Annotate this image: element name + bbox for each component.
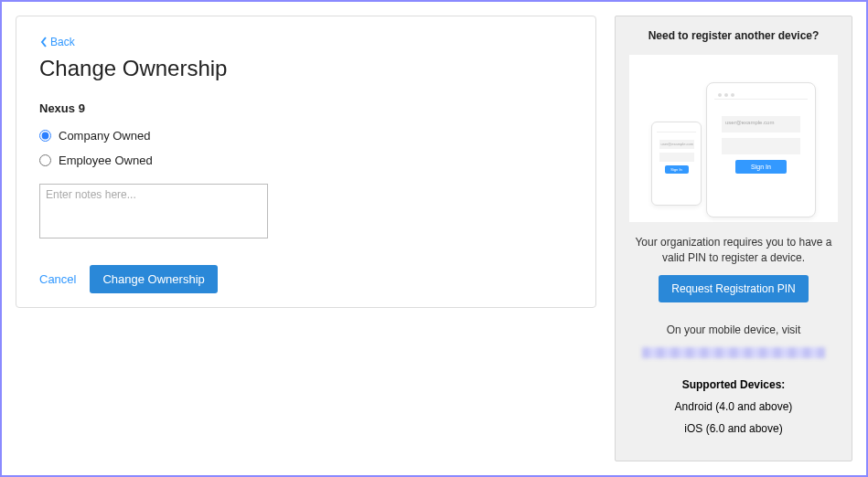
actions: Cancel Change Ownership [39,265,573,293]
supported-ios: iOS (6.0 and above) [684,422,782,435]
phone-graphic: user@example.com Sign In [651,122,702,206]
tablet-graphic: user@example.com Sign In [706,82,816,217]
cancel-button[interactable]: Cancel [39,272,76,286]
radio-company-label: Company Owned [59,129,150,143]
phone-username-hint: user@example.com [659,140,694,149]
tablet-signin: Sign In [735,160,787,174]
radio-employee[interactable]: Employee Owned [39,154,573,167]
radio-employee-label: Employee Owned [59,154,153,167]
register-illustration: user@example.com Sign In user@example.co… [629,55,838,222]
radio-employee-input[interactable] [39,154,51,166]
side-title: Need to register another device? [648,29,820,42]
chevron-left-icon [39,37,48,48]
supported-android: Android (4.0 and above) [675,400,793,413]
back-link[interactable]: Back [39,36,75,48]
page-title: Change Ownership [39,56,573,81]
pin-text: Your organization requires you to have a… [627,235,841,266]
notes-input[interactable] [39,184,268,238]
request-pin-button[interactable]: Request Registration PIN [659,275,808,302]
phone-signin: Sign In [665,165,689,174]
side-panel: Need to register another device? user@ex… [615,16,852,461]
redacted-url [642,347,825,359]
device-name: Nexus 9 [39,101,573,115]
visit-text: On your mobile device, visit [667,323,801,338]
change-ownership-button[interactable]: Change Ownership [90,265,217,293]
radio-company[interactable]: Company Owned [39,129,573,143]
main-panel: Back Change Ownership Nexus 9 Company Ow… [16,16,596,308]
back-label: Back [50,36,75,48]
radio-company-input[interactable] [39,130,51,142]
supported-title: Supported Devices: [682,378,786,391]
tablet-username-hint: user@example.com [722,116,800,132]
